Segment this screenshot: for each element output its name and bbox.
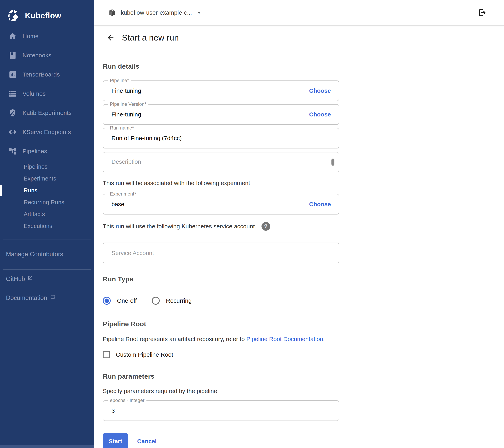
epochs-field: epochs - integer — [103, 400, 339, 421]
sidebar-item-label: Notebooks — [22, 52, 51, 59]
pipeline-root-heading: Pipeline Root — [103, 320, 504, 328]
bar-chart-icon — [8, 70, 17, 79]
external-link-icon — [28, 275, 33, 280]
service-account-note-row: This run will use the following Kubernet… — [103, 222, 504, 231]
kubeflow-app: Kubeflow Home Notebooks TensorBoards — [0, 0, 504, 448]
pipeline-root-note-period: . — [323, 336, 325, 342]
resize-handle[interactable] — [331, 159, 334, 166]
radio-label: Recurring — [166, 297, 192, 304]
pipeline-input[interactable] — [103, 85, 309, 97]
pipeline-root-doc-link[interactable]: Pipeline Root Documentation — [246, 336, 323, 342]
sidebar-item-label: Volumes — [22, 90, 46, 97]
custom-pipeline-root-option[interactable]: Custom Pipeline Root — [103, 351, 504, 358]
run-parameters-heading: Run parameters — [103, 373, 504, 380]
sidebar-bottom-strip — [0, 445, 94, 448]
run-details-heading: Run details — [103, 62, 504, 70]
sidebar-subitem-artifacts[interactable]: Artifacts — [0, 208, 94, 220]
experiment-field-label: Experiment* — [108, 191, 138, 197]
logout-icon — [478, 8, 486, 17]
back-arrow-icon — [107, 34, 115, 42]
page-title: Start a new run — [122, 33, 179, 42]
home-icon — [8, 32, 17, 40]
sidebar-item-volumes[interactable]: Volumes — [0, 84, 94, 103]
sidebar-item-kserve-endpoints[interactable]: KServe Endpoints — [0, 122, 94, 142]
sidebar-item-tensorboards[interactable]: TensorBoards — [0, 65, 94, 84]
pipeline-root-note-text: Pipeline Root represents an artifact rep… — [103, 336, 246, 342]
notebook-icon — [8, 51, 17, 60]
help-icon[interactable]: ? — [261, 222, 270, 231]
divider — [3, 239, 91, 240]
service-account-note: This run will use the following Kubernet… — [103, 223, 256, 230]
sidebar-subitem-runs[interactable]: Runs — [0, 185, 94, 196]
sidebar-item-label: Home — [22, 33, 38, 39]
experiment-input[interactable] — [103, 198, 309, 210]
sidebar-subitem-label: Pipelines — [24, 164, 47, 170]
run-type-one-off-option[interactable]: One-off — [103, 297, 137, 305]
namespace-cube-icon — [108, 8, 116, 17]
experiment-choose-button[interactable]: Choose — [309, 201, 331, 207]
sidebar-item-pipelines[interactable]: Pipelines — [0, 142, 94, 161]
external-link-icon — [50, 294, 55, 299]
active-indicator — [0, 185, 2, 196]
storage-icon — [8, 89, 17, 98]
sidebar-item-katib-experiments[interactable]: Katib Experiments — [0, 103, 94, 122]
pipeline-version-field-label: Pipeline Version* — [108, 101, 148, 107]
pipeline-root-note: Pipeline Root represents an artifact rep… — [103, 336, 379, 342]
custom-pipeline-root-label: Custom Pipeline Root — [116, 351, 173, 358]
pipeline-field: Pipeline* Choose — [103, 80, 339, 101]
sidebar-item-label: Katib Experiments — [22, 110, 72, 116]
sidebar-subitem-recurring-runs[interactable]: Recurring Runs — [0, 196, 94, 208]
topbar: kubeflow-user-example-c... ▾ — [94, 0, 504, 26]
sidebar-item-notebooks[interactable]: Notebooks — [0, 46, 94, 65]
back-button[interactable] — [107, 34, 115, 42]
service-account-field — [103, 243, 339, 263]
sidebar-nav: Home Notebooks TensorBoards Volumes — [0, 26, 94, 232]
sidebar-item-manage-contributors[interactable]: Manage Contributors — [0, 245, 94, 263]
kubeflow-logo-text: Kubeflow — [25, 11, 61, 20]
description-field — [103, 152, 339, 172]
sidebar-subitem-label: Artifacts — [24, 211, 45, 218]
radio-label: One-off — [117, 297, 137, 304]
checkbox-unchecked-icon — [103, 351, 110, 358]
cancel-button[interactable]: Cancel — [137, 438, 157, 445]
sidebar-subitem-label: Executions — [24, 223, 52, 229]
sidebar-subitem-pipelines[interactable]: Pipelines — [0, 161, 94, 173]
sidebar-subitem-executions[interactable]: Executions — [0, 220, 94, 232]
pipeline-choose-button[interactable]: Choose — [309, 87, 331, 94]
manage-contributors-label: Manage Contributors — [6, 251, 63, 258]
sidebar-item-home[interactable]: Home — [0, 26, 94, 46]
logout-button[interactable] — [478, 8, 486, 17]
sidebar-subitem-experiments[interactable]: Experiments — [0, 173, 94, 185]
epochs-input[interactable] — [103, 405, 339, 417]
kubeflow-logo[interactable]: Kubeflow — [0, 0, 94, 25]
namespace-selector[interactable]: kubeflow-user-example-c... ▾ — [108, 8, 200, 17]
description-input[interactable] — [103, 152, 339, 172]
start-button[interactable]: Start — [103, 433, 128, 448]
experiment-note: This run will be associated with the fol… — [103, 180, 379, 187]
github-link-label: GitHub — [6, 275, 25, 282]
run-type-recurring-option[interactable]: Recurring — [152, 297, 192, 305]
pipeline-version-choose-button[interactable]: Choose — [309, 111, 331, 118]
main-area: kubeflow-user-example-c... ▾ Start a new… — [94, 0, 504, 448]
run-name-field: Run name* — [103, 128, 339, 149]
pipeline-field-label: Pipeline* — [108, 78, 131, 83]
sidebar-link-documentation[interactable]: Documentation — [0, 288, 94, 307]
telescope-icon — [8, 109, 17, 117]
radio-selected-icon — [103, 297, 111, 305]
run-parameters-note: Specify parameters required by the pipel… — [103, 388, 379, 394]
form-actions: Start Cancel — [103, 433, 504, 448]
run-type-options: One-off Recurring — [103, 297, 504, 305]
sidebar-subitem-label: Experiments — [24, 175, 56, 182]
run-name-field-label: Run name* — [108, 125, 136, 131]
pipeline-version-input[interactable] — [103, 109, 309, 120]
pipelines-icon — [8, 147, 17, 156]
namespace-name: kubeflow-user-example-c... — [121, 9, 192, 16]
sidebar-link-github[interactable]: GitHub — [0, 269, 94, 288]
epochs-field-label: epochs - integer — [108, 398, 146, 403]
chevron-down-icon: ▾ — [198, 10, 200, 16]
service-account-input[interactable] — [103, 247, 339, 259]
endpoints-icon — [8, 128, 17, 136]
run-name-input[interactable] — [103, 132, 339, 144]
run-type-heading: Run Type — [103, 275, 504, 283]
sidebar-item-label: TensorBoards — [22, 71, 60, 78]
